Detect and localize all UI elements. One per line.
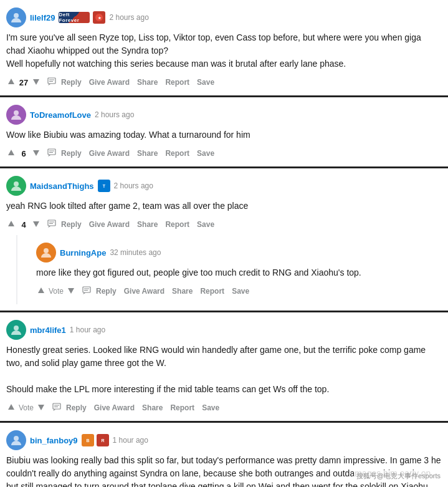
svg-point-22: [44, 248, 49, 253]
comment-icon: [52, 403, 61, 413]
svg-marker-17: [8, 221, 14, 226]
share-button[interactable]: Share: [133, 219, 161, 230]
share-button[interactable]: Share: [138, 402, 166, 413]
svg-marker-3: [8, 79, 14, 84]
vote-count: 4: [19, 220, 29, 229]
save-button[interactable]: Save: [193, 219, 218, 230]
svg-marker-29: [8, 404, 14, 410]
give-award-button[interactable]: Give Award: [120, 286, 168, 297]
downvote-button[interactable]: [31, 218, 41, 231]
comment-text: I'm sure you've all seen Ryze top, Liss …: [6, 31, 442, 70]
comment-actions: VoteReplyGive AwardShareReportSave: [36, 284, 436, 298]
give-award-button[interactable]: Give Award: [90, 402, 138, 413]
svg-text:T: T: [102, 184, 105, 188]
reply-button[interactable]: Reply: [92, 286, 120, 297]
upvote-button[interactable]: [6, 401, 16, 415]
upvote-button[interactable]: [6, 218, 16, 231]
flair-badge: Deft Forever★: [59, 11, 105, 24]
comment: MaidsandThighsT2 hours agoyeah RNG look …: [0, 168, 448, 312]
comment: mbr4life11 hour agoHonestly great series…: [0, 312, 448, 423]
svg-point-28: [14, 325, 19, 330]
flair-badge: T: [98, 180, 110, 192]
timestamp: 32 minutes ago: [110, 248, 161, 257]
share-button[interactable]: Share: [133, 77, 161, 88]
comment-actions: VoteReplyGive AwardShareReportSave: [6, 401, 442, 415]
username[interactable]: bin_fanboy9: [30, 436, 78, 445]
svg-text:B: B: [86, 438, 89, 443]
comment-icon: [47, 77, 56, 88]
username[interactable]: BurningApe: [60, 248, 106, 258]
comment-header: lilelf29Deft Forever★2 hours ago: [6, 7, 442, 27]
downvote-button[interactable]: [31, 147, 41, 160]
reply-button[interactable]: Reply: [57, 148, 85, 159]
svg-marker-4: [33, 79, 39, 85]
timestamp: 2 hours ago: [95, 110, 134, 119]
vote-section: 6: [6, 147, 41, 160]
comment-actions: 4ReplyGive AwardShareReportSave: [6, 218, 442, 231]
comment-header: mbr4life11 hour ago: [6, 320, 442, 340]
reply-button[interactable]: Reply: [62, 402, 90, 413]
reply-button[interactable]: Reply: [57, 77, 85, 88]
comment-header: ToDreamofLove2 hours ago: [6, 105, 442, 125]
comment-text: yeah RNG look tilted after game 2, team …: [6, 200, 442, 213]
flair-badge: BR: [82, 434, 109, 446]
svg-marker-23: [38, 287, 44, 293]
upvote-button[interactable]: [36, 284, 46, 298]
report-button[interactable]: Report: [161, 77, 193, 88]
report-button[interactable]: Report: [196, 286, 228, 297]
svg-rect-5: [48, 78, 55, 84]
comment: ToDreamofLove2 hours agoWow like Biubiu …: [0, 97, 448, 168]
username[interactable]: ToDreamofLove: [30, 110, 91, 120]
nested-wrapper: BurningApe32 minutes agomore like they g…: [16, 235, 442, 304]
give-award-button[interactable]: Give Award: [85, 219, 133, 230]
comment-text: more like they got figured out, people g…: [36, 266, 436, 279]
save-button[interactable]: Save: [193, 77, 218, 88]
comment-actions: 6ReplyGive AwardShareReportSave: [6, 147, 442, 160]
username[interactable]: MaidsandThighs: [30, 181, 94, 191]
timestamp: 2 hours ago: [109, 13, 148, 22]
username[interactable]: mbr4life1: [30, 325, 66, 335]
downvote-button[interactable]: [31, 75, 41, 89]
vote-count: 27: [19, 78, 29, 87]
save-button[interactable]: Save: [198, 402, 223, 413]
give-award-button[interactable]: Give Award: [85, 148, 133, 159]
svg-rect-31: [53, 403, 60, 409]
share-button[interactable]: Share: [133, 148, 161, 159]
share-button[interactable]: Share: [168, 286, 196, 297]
save-button[interactable]: Save: [228, 286, 253, 297]
nested-comment: BurningApe32 minutes agomore like they g…: [17, 235, 442, 304]
avatar: [6, 430, 26, 450]
report-button[interactable]: Report: [161, 148, 193, 159]
report-button[interactable]: Report: [166, 402, 198, 413]
vote-count: 6: [19, 149, 29, 158]
reply-button[interactable]: Reply: [57, 219, 85, 230]
give-award-button[interactable]: Give Award: [85, 77, 133, 88]
comment-section: lilelf29Deft Forever★2 hours agoI'm sure…: [0, 0, 448, 487]
comment-icon: [47, 148, 56, 159]
upvote-button[interactable]: [6, 147, 16, 160]
svg-marker-24: [68, 288, 74, 294]
timestamp: 1 hour ago: [113, 436, 148, 445]
avatar: [36, 243, 56, 263]
upvote-button[interactable]: [6, 75, 16, 89]
username[interactable]: lilelf29: [30, 13, 55, 22]
svg-rect-19: [48, 220, 55, 226]
svg-marker-9: [8, 150, 14, 155]
vote-section: 4: [6, 218, 41, 231]
comment-header: BurningApe32 minutes ago: [36, 243, 436, 263]
comment-header: bin_fanboy9BR1 hour ago: [6, 430, 442, 450]
comment-actions: 27ReplyGive AwardShareReportSave: [6, 75, 442, 89]
comment-text: Honestly great series. Looked like RNG w…: [6, 344, 442, 396]
downvote-button[interactable]: [66, 284, 76, 298]
watermark: 搜狐号@电竞大事件esports: [354, 470, 443, 482]
vote-section: Vote: [6, 401, 46, 415]
svg-text:R: R: [101, 438, 104, 443]
vote-section: Vote: [36, 284, 76, 298]
timestamp: 2 hours ago: [114, 181, 153, 190]
comment-header: MaidsandThighsT2 hours ago: [6, 176, 442, 196]
report-button[interactable]: Report: [161, 219, 193, 230]
svg-marker-10: [33, 150, 39, 156]
save-button[interactable]: Save: [193, 148, 218, 159]
vote-section: 27: [6, 75, 41, 89]
downvote-button[interactable]: [36, 401, 46, 415]
